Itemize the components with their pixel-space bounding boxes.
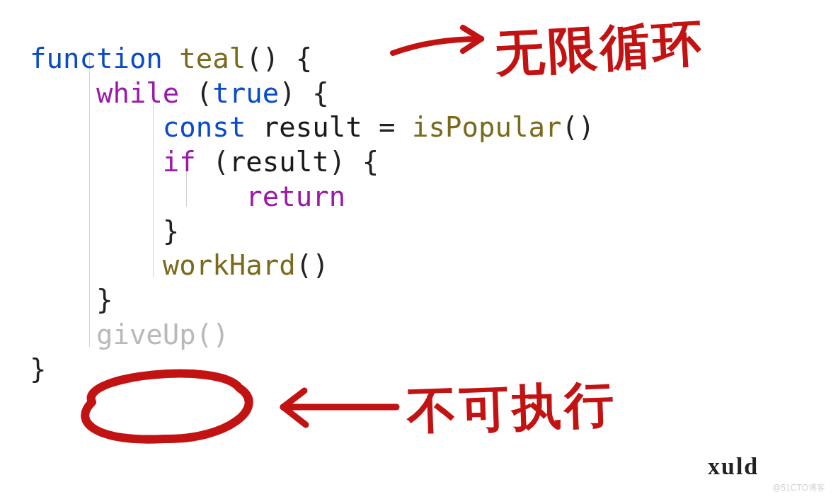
parentheses: () (246, 42, 279, 74)
brace-close: } (163, 215, 179, 247)
call-workhard: workHard (163, 249, 296, 281)
function-name: teal (179, 42, 246, 74)
paren-close: ) (329, 146, 345, 178)
brace-close: } (30, 353, 46, 385)
annotation-infinite-loop: 无限循环 (494, 10, 707, 87)
arrow-bottom-head (283, 391, 306, 425)
parentheses: () (561, 111, 595, 143)
keyword-function: function (30, 42, 163, 74)
dead-code-giveup: giveUp (96, 319, 196, 350)
space (163, 42, 179, 74)
paren-open: ( (196, 146, 229, 178)
operator-equals: = (379, 111, 395, 143)
signature: xuld (708, 453, 759, 480)
variable-result: result (229, 146, 329, 178)
keyword-if: if (163, 146, 196, 178)
brace-close: } (96, 284, 113, 316)
parentheses: () (296, 249, 329, 281)
brace-open: { (279, 42, 312, 74)
keyword-return: return (246, 181, 345, 212)
space (396, 111, 412, 143)
annotation-unreachable: 不可执行 (406, 372, 617, 445)
paren-close: ) (279, 77, 295, 109)
variable-result: result (246, 111, 379, 143)
paren-open: ( (179, 77, 212, 109)
watermark: @51CTO博客 (772, 482, 825, 494)
keyword-while: while (96, 77, 179, 109)
call-ispopular: isPopular (412, 111, 561, 143)
keyword-true: true (212, 77, 279, 109)
brace-open: { (345, 146, 379, 178)
brace-open: { (296, 77, 329, 109)
keyword-const: const (163, 111, 246, 143)
dead-code-parens: () (196, 319, 229, 350)
